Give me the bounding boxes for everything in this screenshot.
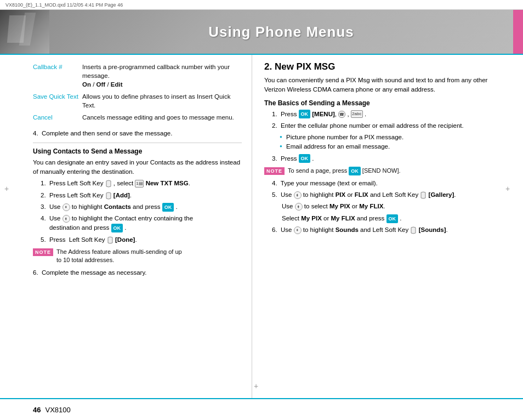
ok-button-r3: OK [299,154,311,163]
right-column: 2. New PIX MSG You can conveniently send… [252,55,523,398]
step-6-complete: 6. Complete the message as necessary. [33,268,242,277]
main-content: Callback # Inserts a pre-programmed call… [0,55,523,398]
footer-page-number: 46 [33,406,41,414]
note-box-right: NOTE To send a page, press OK [SEND NOW]… [264,167,501,175]
note-box-contacts: NOTE The Address feature allows multi-se… [33,248,242,265]
ok-button-r1: OK [299,110,311,118]
banner: Using Phone Menus [0,10,523,54]
menu-number-icon: 1▤ [135,180,144,188]
note-label-contacts: NOTE [33,248,53,257]
step-1: 1. Press Left Soft Key , select 1▤ New T… [41,179,242,188]
section2-intro: You can conveniently send a PIX Msg with… [264,76,501,95]
right-step-2: 2. Enter the cellular phone number or em… [272,121,501,130]
step-3: 3. Use to highlight Contacts and press O… [41,202,242,212]
soft-key-icon-1 [105,180,113,186]
def-row-save-quick: Save Quick Text Allows you to define phr… [33,91,242,112]
bullet-1: Picture phone number for a PIX message. [280,133,501,142]
right-step-5: 5. Use to highlight PIX or FLIX and Left… [272,190,501,200]
right-step-1: 1. Press OK [MENU], ☎ , 2abc . [272,110,501,119]
phone-icon-r1: ☎ [338,111,345,118]
soft-key-icon-r5 [420,191,428,198]
right-step-3: 3. Press OK . [272,154,501,163]
contacts-body: You can designate an entry saved in your… [33,158,242,177]
note-label-right: NOTE [264,167,285,175]
contacts-section-heading: Using Contacts to Send a Message [33,147,242,155]
def-desc-save-quick: Allows you to define phrases to insert a… [82,91,242,112]
nav-icon-r6 [294,226,302,234]
crosshair-bottom-center [255,384,264,393]
right-step-4: 4. Type your message (text or email). [272,179,501,188]
note-text-contacts: The Address feature allows multi-sending… [56,248,182,265]
nav-icon-r5b [295,203,303,211]
ok-button-note: OK [349,167,361,175]
def-term-save-quick: Save Quick Text [33,91,82,112]
def-row-callback: Callback # Inserts a pre-programmed call… [33,61,242,91]
soft-key-icon-2 [105,192,113,198]
banner-title: Using Phone Menus [49,24,513,41]
abc-key-r1: 2abc [351,110,363,118]
bullet-list: Picture phone number for a PIX message. … [280,133,501,152]
def-row-cancel: Cancel Cancels message editing and goes … [33,112,242,124]
step-5: 5. Press Left Soft Key [Done]. [41,235,242,245]
bullet-2: Email address for an email message. [280,142,501,151]
section2-heading: 2. New PIX MSG [264,61,501,72]
def-desc-callback: Inserts a pre-programmed callback number… [82,61,242,91]
right-step-6: 6. Use to highlight Sounds and Left Soft… [272,225,501,235]
nav-icon-4 [62,215,70,223]
right-steps-list: 1. Press OK [MENU], ☎ , 2abc . 2. Enter … [264,110,501,163]
ok-button-4: OK [111,224,123,232]
note-text-right: To send a page, press OK [SEND NOW]. [288,167,401,175]
step-2: 2. Press Left Soft Key [Add]. [41,191,242,200]
footer: 46 VX8100 [0,398,523,420]
header-bar: VX8100_(E)_1.1_MOD.qxd 11/2/05 4:41 PM P… [0,0,523,10]
nav-icon-r5 [294,191,302,199]
basics-heading: The Basics of Sending a Message [264,99,501,107]
def-term-cancel: Cancel [33,112,82,124]
header-text: VX8100_(E)_1.1_MOD.qxd 11/2/05 4:41 PM P… [5,2,123,8]
right-step-5c: Select My PIX or My FLIX and press OK . [282,214,501,223]
step-4: 4. Use to highlight the Contact entry co… [41,214,242,233]
ok-button-3: OK [162,203,174,212]
footer-model: VX8100 [45,406,70,414]
left-column: Callback # Inserts a pre-programmed call… [0,55,252,398]
soft-key-icon-r6 [410,226,418,233]
steps-list: 1. Press Left Soft Key , select 1▤ New T… [33,179,242,245]
section-divider-1 [33,143,242,143]
banner-pink-accent [513,10,523,54]
def-desc-cancel: Cancels message editing and goes to mess… [82,112,242,124]
nav-icon-3 [62,203,70,211]
crosshair-left-mid [5,186,14,195]
crosshair-right-mid [507,186,515,195]
step-4-complete: 4. Complete and then send or save the me… [33,129,242,138]
ok-button-r5c: OK [386,214,399,223]
banner-image [0,10,49,54]
soft-key-icon-5 [107,236,115,243]
right-step-5b: Use to select My PIX or My FLIX. [282,202,501,211]
def-term-callback: Callback # [33,61,82,91]
right-steps-list-2: 4. Type your message (text or email). 5.… [264,179,501,235]
definition-table: Callback # Inserts a pre-programmed call… [33,61,242,124]
